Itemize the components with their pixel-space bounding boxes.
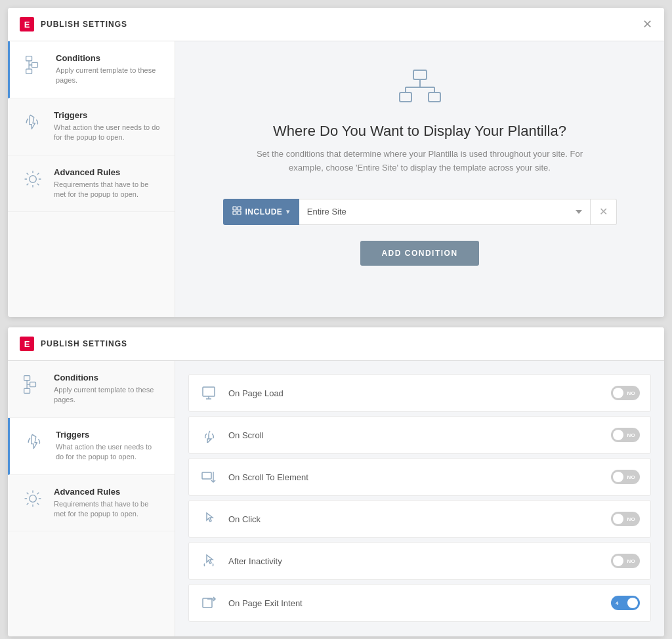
page-load-icon bbox=[200, 384, 218, 402]
svg-rect-0 bbox=[26, 56, 32, 61]
conditions-text-2: Conditions Apply current template to the… bbox=[54, 373, 161, 405]
conditions-text-1: Conditions Apply current template to the… bbox=[56, 53, 161, 86]
svg-rect-15 bbox=[238, 207, 241, 210]
toggle-scroll[interactable]: NO bbox=[611, 428, 640, 442]
trigger-row-click: On Click NO bbox=[188, 500, 651, 538]
panel-header-2: E PUBLISH SETTINGS bbox=[8, 327, 664, 361]
include-icon bbox=[232, 206, 242, 217]
svg-rect-25 bbox=[203, 387, 215, 396]
advanced-text-1: Advanced Rules Requirements that have to… bbox=[54, 167, 161, 200]
triggers-icon-2 bbox=[23, 430, 47, 453]
add-condition-button[interactable]: ADD CONDITION bbox=[360, 241, 478, 266]
exit-intent-icon bbox=[200, 594, 218, 612]
svg-rect-1 bbox=[32, 62, 38, 67]
svg-rect-20 bbox=[24, 388, 30, 393]
panel-title-1: PUBLISH SETTINGS bbox=[41, 20, 127, 29]
toggle-exit-intent[interactable]: 4 bbox=[611, 596, 640, 610]
trigger-row-page-load: On Page Load NO bbox=[188, 374, 651, 412]
panel-header-left-2: E PUBLISH SETTINGS bbox=[20, 337, 127, 351]
toggle-scroll-element[interactable]: NO bbox=[611, 470, 640, 484]
toggle-inactivity[interactable]: NO bbox=[611, 554, 640, 568]
trigger-row-scroll: On Scroll NO bbox=[188, 416, 651, 454]
svg-rect-19 bbox=[30, 382, 36, 386]
trigger-row-scroll-element: On Scroll To Element NO bbox=[188, 458, 651, 496]
sidebar-2: Conditions Apply current template to the… bbox=[8, 361, 175, 636]
svg-rect-18 bbox=[24, 376, 30, 381]
sidebar-item-advanced-1[interactable]: Advanced Rules Requirements that have to… bbox=[8, 155, 175, 213]
hero-subtitle: Set the conditions that determine where … bbox=[249, 148, 591, 175]
main-content-conditions: Where Do You Want to Display Your Planti… bbox=[175, 41, 664, 317]
trigger-label-scroll-element: On Scroll To Element bbox=[228, 472, 600, 482]
svg-rect-28 bbox=[202, 472, 211, 479]
elementor-logo-1: E bbox=[20, 17, 34, 31]
scroll-element-icon bbox=[200, 468, 218, 486]
triggers-text-2: Triggers What action the user needs to d… bbox=[56, 430, 161, 463]
sidebar-item-conditions-2[interactable]: Conditions Apply current template to the… bbox=[8, 361, 175, 418]
sidebar-1: Conditions Apply current template to the… bbox=[8, 41, 175, 317]
publish-settings-panel-1: E PUBLISH SETTINGS ✕ bbox=[8, 8, 664, 317]
click-icon bbox=[200, 510, 218, 528]
svg-rect-17 bbox=[238, 211, 241, 215]
triggers-content: On Page Load NO On Scroll bbox=[175, 361, 664, 636]
svg-rect-2 bbox=[26, 69, 32, 73]
svg-rect-30 bbox=[203, 598, 212, 608]
sidebar-item-advanced-2[interactable]: Advanced Rules Requirements that have to… bbox=[8, 475, 175, 532]
elementor-logo-2: E bbox=[20, 337, 34, 351]
svg-rect-8 bbox=[400, 93, 411, 102]
svg-rect-14 bbox=[233, 207, 236, 210]
include-button[interactable]: INCLUDE ▾ bbox=[223, 199, 299, 225]
advanced-icon-1 bbox=[21, 167, 45, 191]
include-label: INCLUDE bbox=[245, 207, 283, 216]
trigger-label-scroll: On Scroll bbox=[228, 430, 600, 440]
inactivity-icon bbox=[200, 552, 218, 570]
svg-point-6 bbox=[30, 175, 37, 182]
hero-title: Where Do You Want to Display Your Planti… bbox=[273, 123, 566, 140]
toggle-click[interactable]: NO bbox=[611, 512, 640, 526]
trigger-row-inactivity: After Inactivity NO bbox=[188, 542, 651, 580]
svg-rect-7 bbox=[413, 70, 427, 79]
trigger-label-page-load: On Page Load bbox=[228, 388, 600, 398]
include-chevron: ▾ bbox=[286, 208, 290, 215]
conditions-icon-2 bbox=[21, 373, 45, 396]
condition-close-btn[interactable]: ✕ bbox=[591, 199, 617, 225]
panel-title-2: PUBLISH SETTINGS bbox=[41, 339, 127, 348]
publish-settings-panel-2: E PUBLISH SETTINGS Co bbox=[8, 327, 664, 636]
sidebar-item-triggers-2[interactable]: Triggers What action the user needs to d… bbox=[8, 418, 175, 475]
advanced-text-2: Advanced Rules Requirements that have to… bbox=[54, 487, 161, 520]
svg-rect-9 bbox=[429, 93, 440, 102]
sidebar-item-triggers-1[interactable]: Triggers What action the user needs to d… bbox=[8, 98, 175, 155]
panel-body-1: Conditions Apply current template to the… bbox=[8, 41, 664, 317]
trigger-label-exit-intent: On Page Exit Intent bbox=[228, 598, 600, 608]
network-icon bbox=[397, 68, 443, 107]
svg-point-24 bbox=[30, 495, 37, 502]
svg-rect-16 bbox=[233, 211, 236, 215]
panel-body-2: Conditions Apply current template to the… bbox=[8, 361, 664, 636]
scroll-icon bbox=[200, 426, 218, 444]
sidebar-item-conditions-1[interactable]: Conditions Apply current template to the… bbox=[8, 41, 175, 98]
trigger-row-exit-intent: On Page Exit Intent 4 bbox=[188, 584, 651, 622]
conditions-icon-1 bbox=[23, 53, 47, 77]
triggers-text-1: Triggers What action the user needs to d… bbox=[54, 110, 161, 143]
close-button-1[interactable]: ✕ bbox=[642, 18, 652, 30]
condition-row: INCLUDE ▾ Entire Site Front Page Single … bbox=[223, 199, 617, 225]
trigger-label-click: On Click bbox=[228, 514, 600, 524]
toggle-page-load[interactable]: NO bbox=[611, 386, 640, 400]
advanced-icon-2 bbox=[21, 487, 45, 510]
condition-select[interactable]: Entire Site Front Page Single Post Page bbox=[299, 199, 591, 225]
panel-header-left-1: E PUBLISH SETTINGS bbox=[20, 17, 127, 31]
panel-header-1: E PUBLISH SETTINGS ✕ bbox=[8, 8, 664, 41]
triggers-icon-1 bbox=[21, 110, 45, 134]
trigger-label-inactivity: After Inactivity bbox=[228, 556, 600, 566]
